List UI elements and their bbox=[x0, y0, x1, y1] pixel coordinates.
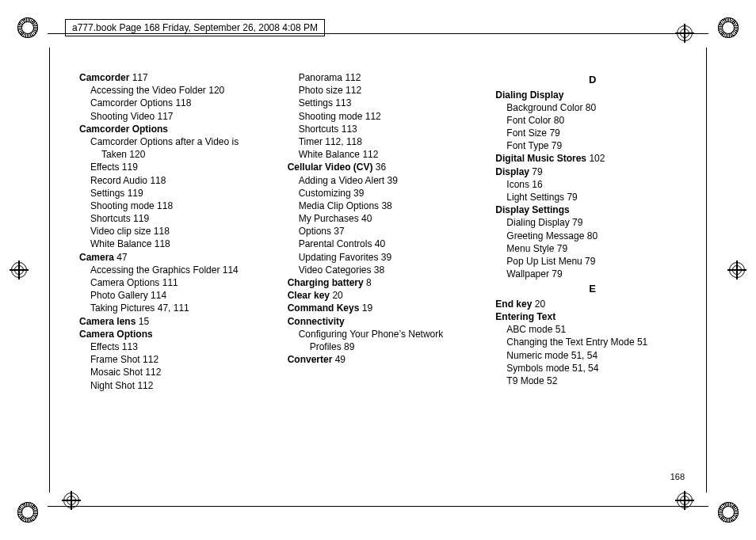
index-entry-page: 51 bbox=[552, 324, 566, 335]
index-entry: White Balance 112 bbox=[288, 148, 482, 161]
index-entry-page: 112, 118 bbox=[323, 136, 362, 147]
index-entry: Photo Gallery 114 bbox=[79, 289, 273, 302]
index-entry-text: Taking Pictures bbox=[90, 302, 155, 314]
index-entry-text: Background Color bbox=[506, 102, 582, 113]
index-entry: Symbols mode 51, 54 bbox=[495, 362, 689, 375]
index-entry-page: 79 bbox=[549, 140, 563, 151]
index-entry: Display 79 bbox=[495, 165, 689, 178]
crop-rosette-icon bbox=[718, 502, 739, 523]
index-entry-page: 120 bbox=[127, 149, 145, 160]
index-entry-page: 112 bbox=[343, 85, 361, 96]
index-entry-page: 118 bbox=[155, 200, 173, 211]
index-entry-text: Night Shot bbox=[90, 380, 135, 391]
index-entry-text: Customizing bbox=[299, 188, 351, 199]
index-entry-text: Clear key bbox=[288, 290, 330, 301]
index-entry-page: 120 bbox=[206, 85, 224, 96]
index-entry-page: 79 bbox=[554, 243, 567, 254]
index-entry-text: Pop Up List Menu bbox=[506, 256, 582, 267]
crop-line-left bbox=[49, 48, 50, 492]
index-entry-text: Font Type bbox=[506, 140, 548, 151]
index-entry-page: 119 bbox=[131, 213, 149, 224]
index-entry: End key 20 bbox=[495, 298, 689, 310]
index-entry-page: 39 bbox=[378, 252, 391, 263]
index-entry: Pop Up List Menu 79 bbox=[495, 255, 689, 268]
index-entry-page: 40 bbox=[359, 213, 372, 224]
index-entry-text: Media Clip Options bbox=[299, 200, 379, 211]
index-entry: Background Color 80 bbox=[495, 101, 689, 114]
index-entry-page: 118 bbox=[151, 226, 170, 237]
index-entry-page: 40 bbox=[372, 238, 385, 249]
index-column-3: DDialing DisplayBackground Color 80Font … bbox=[495, 71, 689, 483]
index-entry-page: 20 bbox=[532, 299, 545, 310]
index-entry-text: Effects bbox=[90, 162, 119, 173]
index-section-letter: E bbox=[495, 282, 689, 296]
index-entry-text: Shortcuts bbox=[90, 213, 131, 224]
index-entry-page: 52 bbox=[544, 375, 558, 386]
index-entry-text: Timer bbox=[299, 136, 323, 147]
index-entry-page: 113 bbox=[333, 97, 351, 108]
index-entry-page: 36 bbox=[372, 162, 386, 173]
index-column-1: Camcorder 117Accessing the Video Folder … bbox=[79, 71, 273, 483]
index-entry: Video clip size 118 bbox=[79, 225, 273, 238]
index-entry-page: 79 bbox=[547, 127, 560, 139]
index-entry: Settings 113 bbox=[288, 97, 482, 109]
index-entry-text: Connectivity bbox=[288, 316, 345, 327]
index-column-2: Panorama 112Photo size 112Settings 113Sh… bbox=[288, 71, 482, 483]
index-entry: Dialing Display 79 bbox=[495, 216, 689, 229]
index-entry-page: 51 bbox=[635, 337, 648, 348]
index-entry-page: 89 bbox=[342, 341, 355, 352]
index-entry-text: Wallpaper bbox=[506, 268, 549, 280]
index-entry: Accessing the Graphics Folder 114 bbox=[79, 264, 273, 276]
index-entry: Media Clip Options 38 bbox=[288, 200, 482, 212]
index-entry-text: Shooting mode bbox=[90, 200, 155, 211]
index-entry-text: Adding a Video Alert bbox=[299, 175, 385, 186]
index-entry: Configuring Your Phone’s Network bbox=[288, 328, 482, 340]
crop-rosette-icon bbox=[17, 502, 38, 523]
index-entry-text: Dialing Display bbox=[495, 89, 563, 101]
index-entry-page: 51, 54 bbox=[570, 363, 599, 374]
index-entry-text: Light Settings bbox=[506, 192, 564, 203]
index-entry: Effects 119 bbox=[79, 161, 273, 173]
index-entry-page: 47, 111 bbox=[155, 302, 189, 314]
index-entry: Shooting Video 117 bbox=[79, 110, 273, 123]
index-entry-text: Camcorder Options bbox=[90, 97, 173, 108]
index-entry-text: Panorama bbox=[299, 72, 342, 83]
index-entry-text: Mosaic Shot bbox=[90, 367, 143, 378]
index-entry-page: 79 bbox=[564, 192, 578, 203]
index-entry-page: 102 bbox=[586, 153, 605, 164]
index-entry-text: Font Color bbox=[506, 115, 551, 126]
index-entry-page: 113 bbox=[119, 341, 137, 352]
index-entry-page: 112 bbox=[342, 72, 361, 83]
index-entry: Camcorder Options after a Video is bbox=[79, 135, 273, 148]
index-entry: Options 37 bbox=[288, 225, 482, 238]
index-entry-page: 119 bbox=[119, 162, 137, 173]
index-entry-text: Settings bbox=[299, 97, 333, 108]
index-entry-text: Entering Text bbox=[495, 311, 556, 322]
index-entry: Camera 47 bbox=[79, 251, 273, 264]
index-entry: Font Size 79 bbox=[495, 127, 689, 139]
index-entry: Shooting mode 112 bbox=[288, 110, 482, 123]
index-entry-page: 111 bbox=[159, 277, 178, 288]
index-entry-text: Shooting Video bbox=[90, 111, 155, 122]
index-entry: Camera Options 111 bbox=[79, 276, 273, 289]
index-entry-text: End key bbox=[495, 299, 532, 310]
index-entry-text: T9 Mode bbox=[506, 375, 544, 386]
registration-mark-icon bbox=[10, 260, 29, 280]
index-entry-page: 8 bbox=[364, 277, 372, 288]
index-entry: Display Settings bbox=[495, 203, 689, 216]
index-entry-page: 112 bbox=[360, 149, 378, 160]
index-page-body: Camcorder 117Accessing the Video Folder … bbox=[79, 71, 689, 483]
index-entry-text: Display Settings bbox=[495, 204, 569, 215]
index-entry-text: Camera Options bbox=[90, 277, 159, 288]
index-entry-page: 112 bbox=[135, 380, 153, 391]
index-entry: Command Keys 19 bbox=[288, 302, 482, 314]
index-entry: Night Shot 112 bbox=[79, 379, 273, 392]
index-entry-text: Command Keys bbox=[288, 302, 360, 314]
index-entry: Connectivity bbox=[288, 315, 482, 328]
index-entry: T9 Mode 52 bbox=[495, 375, 689, 387]
index-entry-page: 80 bbox=[582, 102, 596, 113]
index-entry: Accessing the Video Folder 120 bbox=[79, 84, 273, 97]
crop-line-bottom bbox=[48, 506, 708, 507]
index-entry-text: Symbols mode bbox=[506, 363, 569, 374]
index-entry-text: Options bbox=[299, 226, 331, 237]
